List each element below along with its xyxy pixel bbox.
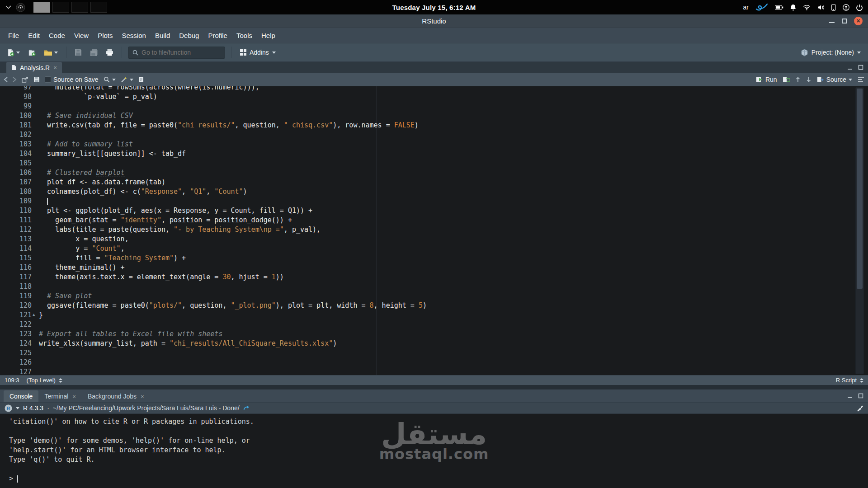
fold-marker-icon[interactable]: ▲ <box>33 313 35 317</box>
volume-icon[interactable] <box>817 5 825 10</box>
code-line-125[interactable]: 125 <box>0 348 853 358</box>
tab-analysis-r[interactable]: Analysis.R × <box>6 62 62 73</box>
menu-code[interactable]: Code <box>44 29 70 42</box>
chevron-down-icon[interactable] <box>16 407 19 409</box>
code-line-105[interactable]: 105 <box>0 159 853 168</box>
code-line-119[interactable]: 119 # Save plot <box>0 291 853 301</box>
code-line-123[interactable]: 123# Export all tables to Excel file wit… <box>0 329 853 339</box>
new-file-button[interactable] <box>5 47 22 58</box>
save-all-button[interactable] <box>88 47 100 58</box>
working-directory[interactable]: ~/My PC/Freelancing/Upwork Projects/Sara… <box>53 404 240 412</box>
tab-background-jobs[interactable]: Background Jobs× <box>82 390 150 402</box>
code-line-121[interactable]: 121▲} <box>0 310 853 320</box>
source-on-save-checkbox[interactable]: Source on Save <box>45 76 99 83</box>
tab-close-icon[interactable]: × <box>53 64 57 71</box>
source-button[interactable]: Source <box>817 76 852 83</box>
editor-scrollbar[interactable] <box>855 87 864 374</box>
close-button[interactable]: × <box>854 17 863 25</box>
scope-selector[interactable]: (Top Level) <box>27 377 62 384</box>
code-editor[interactable]: 97 mutate(Total = rowSums(across(where(i… <box>0 86 868 375</box>
scrollbar-thumb[interactable] <box>857 89 863 289</box>
code-line-101[interactable]: 101 write.csv(tab_df, file = paste0("chi… <box>0 121 853 130</box>
menu-help[interactable]: Help <box>257 29 280 42</box>
tab-terminal[interactable]: Terminal× <box>38 390 82 402</box>
save-icon[interactable] <box>33 76 40 83</box>
code-line-97[interactable]: 97 mutate(Total = rowSums(across(where(i… <box>0 86 853 92</box>
open-file-button[interactable] <box>42 47 60 58</box>
goto-directory-icon[interactable] <box>243 405 250 411</box>
console[interactable]: 'citation()' on how to cite R or R packa… <box>0 414 868 488</box>
code-line-127[interactable]: 127 <box>0 367 853 375</box>
print-button[interactable] <box>104 47 116 58</box>
minimize-pane-icon[interactable] <box>847 65 853 70</box>
menu-file[interactable]: File <box>4 29 24 42</box>
notifications-bell-icon[interactable] <box>790 4 796 11</box>
previous-chunk-icon[interactable] <box>795 77 801 82</box>
code-line-104[interactable]: 104 summary_list[[question]] <- tab_df <box>0 149 853 159</box>
pane-splitter[interactable] <box>0 385 868 389</box>
goto-file-function-box[interactable] <box>128 47 225 59</box>
menu-profile[interactable]: Profile <box>203 29 232 42</box>
goto-file-function-input[interactable] <box>142 49 221 56</box>
rstudio-titlebar[interactable]: RStudio × <box>0 14 868 28</box>
forward-button[interactable] <box>13 77 17 82</box>
tab-close-icon[interactable]: × <box>72 393 76 400</box>
code-line-103[interactable]: 103 # Add to summary list <box>0 140 853 149</box>
window-button[interactable] <box>90 2 107 13</box>
menu-debug[interactable]: Debug <box>175 29 203 42</box>
code-line-120[interactable]: 120 ggsave(filename = paste0("plots/", q… <box>0 301 853 310</box>
compile-report-button[interactable] <box>138 76 144 83</box>
battery-icon[interactable] <box>775 5 783 10</box>
code-line-112[interactable]: 112 labs(title = paste(question, "- by T… <box>0 225 853 235</box>
addins-button[interactable]: Addins <box>237 47 278 58</box>
code-line-126[interactable]: 126 <box>0 358 853 367</box>
code-line-113[interactable]: 113 x = question, <box>0 235 853 244</box>
code-line-107[interactable]: 107 plot_df <- as.data.frame(tab) <box>0 178 853 187</box>
maximize-pane-icon[interactable] <box>858 65 863 70</box>
code-line-111[interactable]: 111 geom_bar(stat = "identity", position… <box>0 216 853 225</box>
code-line-99[interactable]: 99 <box>0 102 853 111</box>
file-type-selector[interactable]: R Script <box>836 377 863 384</box>
panel-chevron-icon[interactable] <box>5 5 11 9</box>
checkbox-icon[interactable] <box>45 76 51 83</box>
next-chunk-icon[interactable] <box>806 77 811 82</box>
code-line-109[interactable]: 109 <box>0 197 853 206</box>
run-button[interactable]: Run <box>756 76 777 83</box>
menu-build[interactable]: Build <box>151 29 175 42</box>
maximize-button[interactable] <box>842 19 847 23</box>
screenshot-app-icon[interactable] <box>16 3 25 12</box>
find-replace-button[interactable] <box>104 76 116 83</box>
phone-icon[interactable] <box>831 4 836 11</box>
code-tools-wand-button[interactable] <box>121 76 133 83</box>
popout-window-icon[interactable] <box>22 77 28 83</box>
minimize-button[interactable] <box>829 22 835 23</box>
code-line-100[interactable]: 100 # Save individual CSV <box>0 111 853 121</box>
power-icon[interactable] <box>856 4 863 11</box>
code-line-98[interactable]: 98 `p-value` = p_val) <box>0 92 853 102</box>
project-selector[interactable]: Project: (None) <box>798 47 863 58</box>
r-logo-icon[interactable]: R <box>5 404 12 412</box>
window-button-active[interactable] <box>33 2 50 13</box>
code-line-106[interactable]: 106 # Clustered barplot <box>0 168 853 178</box>
code-line-110[interactable]: 110 plt <- ggplot(plot_df, aes(x = Respo… <box>0 206 853 216</box>
code-line-102[interactable]: 102 <box>0 130 853 140</box>
code-line-122[interactable]: 122 <box>0 320 853 329</box>
network-icon[interactable] <box>803 5 811 10</box>
save-button[interactable] <box>72 47 84 58</box>
maximize-pane-icon[interactable] <box>858 393 863 399</box>
menu-tools[interactable]: Tools <box>232 29 257 42</box>
new-project-button[interactable] <box>26 47 38 58</box>
minimize-pane-icon[interactable] <box>847 393 853 399</box>
back-button[interactable] <box>4 77 8 82</box>
code-line-115[interactable]: 115 fill = "Teaching System") + <box>0 253 853 263</box>
console-prompt-line[interactable]: > <box>9 474 868 483</box>
user-circle-icon[interactable] <box>843 4 849 11</box>
menu-plots[interactable]: Plots <box>93 29 117 42</box>
code-line-108[interactable]: 108 colnames(plot_df) <- c("Response", "… <box>0 187 853 197</box>
rerun-button[interactable] <box>783 76 790 83</box>
tab-console[interactable]: Console <box>4 390 38 402</box>
keyboard-layout-indicator[interactable]: ar <box>743 4 749 11</box>
code-line-124[interactable]: 124write_xlsx(summary_list, path = "chi_… <box>0 339 853 348</box>
clear-console-icon[interactable] <box>856 405 863 412</box>
menu-edit[interactable]: Edit <box>24 29 44 42</box>
